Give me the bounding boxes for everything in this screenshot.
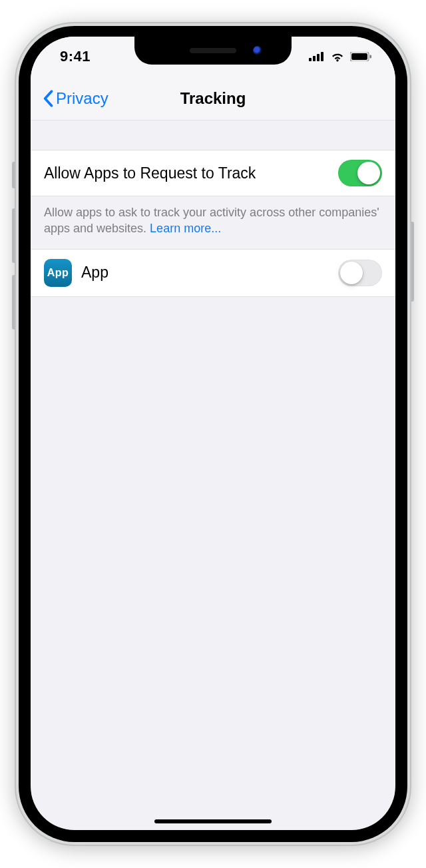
phone-frame: 9:41 bbox=[15, 22, 411, 846]
allow-label: Allow Apps to Request to Track bbox=[44, 164, 256, 182]
app-toggle[interactable] bbox=[338, 260, 382, 286]
allow-toggle[interactable] bbox=[338, 160, 382, 186]
allow-apps-to-request-to-track-row: Allow Apps to Request to Track bbox=[31, 150, 395, 196]
front-camera bbox=[253, 46, 262, 55]
wifi-icon bbox=[330, 51, 345, 62]
navigation-bar: Privacy Tracking bbox=[31, 77, 395, 120]
battery-icon bbox=[350, 52, 371, 61]
svg-rect-1 bbox=[313, 56, 316, 61]
cellular-signal-icon bbox=[309, 52, 325, 61]
svg-rect-5 bbox=[351, 53, 367, 60]
svg-rect-0 bbox=[309, 58, 312, 61]
section-footer: Allow apps to ask to track your activity… bbox=[31, 196, 395, 249]
home-indicator[interactable] bbox=[154, 819, 272, 823]
app-icon: App bbox=[44, 259, 72, 287]
back-label: Privacy bbox=[56, 89, 108, 108]
status-time: 9:41 bbox=[60, 48, 91, 65]
chevron-left-icon bbox=[43, 90, 53, 107]
back-button[interactable]: Privacy bbox=[43, 89, 108, 108]
volume-down-button bbox=[12, 275, 15, 329]
svg-rect-2 bbox=[317, 54, 320, 61]
silent-switch bbox=[12, 162, 15, 188]
screen: 9:41 bbox=[31, 37, 395, 830]
app-label: App bbox=[81, 264, 108, 282]
notch bbox=[134, 37, 292, 65]
app-tracking-row: App App bbox=[31, 249, 395, 297]
svg-rect-3 bbox=[321, 52, 323, 61]
svg-rect-6 bbox=[370, 55, 372, 59]
volume-up-button bbox=[12, 208, 15, 263]
content: Allow Apps to Request to Track Allow app… bbox=[31, 120, 395, 297]
side-button bbox=[411, 222, 414, 302]
learn-more-link[interactable]: Learn more... bbox=[150, 222, 221, 235]
earpiece-speaker bbox=[190, 48, 236, 53]
